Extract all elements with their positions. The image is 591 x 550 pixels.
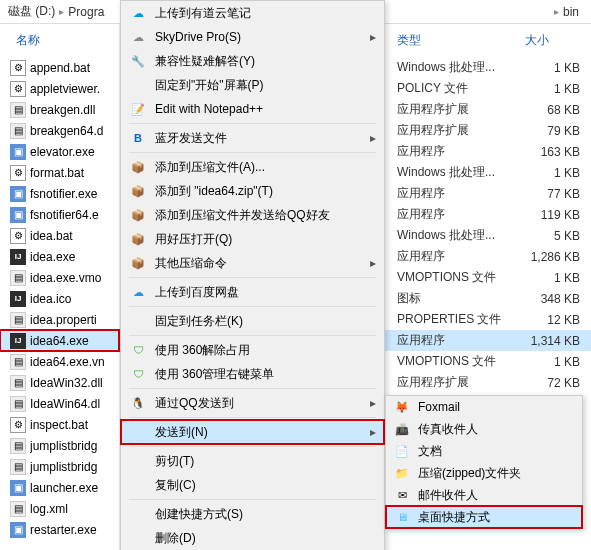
file-row[interactable]: ⚙append.bat [0, 57, 119, 78]
file-name: idea.ico [30, 292, 71, 306]
detail-row[interactable]: 应用程序77 KB [385, 183, 591, 204]
context-menu: ☁上传到有道云笔记☁SkyDrive Pro(S)▸🔧兼容性疑难解答(Y)固定到… [120, 0, 385, 550]
file-row[interactable]: ▣launcher.exe [0, 477, 119, 498]
menu-separator [129, 446, 376, 447]
menu-item[interactable]: 📝Edit with Notepad++ [121, 97, 384, 121]
file-row[interactable]: IJidea.ico [0, 288, 119, 309]
bat-icon: ⚙ [10, 228, 26, 244]
menu-icon: ☁ [129, 283, 147, 301]
file-row[interactable]: ▤jumplistbridg [0, 456, 119, 477]
file-name: appletviewer. [30, 82, 100, 96]
column-header-name[interactable]: 名称 [0, 24, 119, 57]
menu-label: 兼容性疑难解答(Y) [155, 53, 376, 70]
detail-row[interactable]: 应用程序119 KB [385, 204, 591, 225]
file-size: 348 KB [525, 292, 580, 306]
menu-separator [129, 123, 376, 124]
file-row[interactable]: ▤breakgen.dll [0, 99, 119, 120]
file-name: idea.exe [30, 250, 75, 264]
detail-row[interactable]: Windows 批处理...1 KB [385, 57, 591, 78]
column-header-type[interactable]: 类型 [397, 32, 525, 49]
file-type: 应用程序 [397, 332, 525, 349]
file-row[interactable]: ▤IdeaWin32.dll [0, 372, 119, 393]
menu-item[interactable]: 📦其他压缩命令▸ [121, 251, 384, 275]
submenu-item[interactable]: 📠传真收件人 [386, 418, 582, 440]
file-row[interactable]: ▣restarter.exe [0, 519, 119, 540]
menu-item[interactable]: 发送到(N)▸ [121, 420, 384, 444]
file-row[interactable]: ▤idea.properti [0, 309, 119, 330]
detail-row[interactable]: 应用程序1,314 KB [385, 330, 591, 351]
menu-item[interactable]: 固定到"开始"屏幕(P) [121, 73, 384, 97]
file-row[interactable]: ▤jumplistbridg [0, 435, 119, 456]
column-header-size[interactable]: 大小 [525, 32, 549, 49]
file-type: Windows 批处理... [397, 164, 525, 181]
bc-end[interactable]: bin [563, 5, 579, 19]
menu-item[interactable]: 📦添加到压缩文件并发送给QQ好友 [121, 203, 384, 227]
submenu-item[interactable]: 🖥桌面快捷方式 [386, 506, 582, 528]
submenu-label: 传真收件人 [418, 421, 478, 438]
file-row[interactable]: ⚙format.bat [0, 162, 119, 183]
detail-row[interactable]: VMOPTIONS 文件1 KB [385, 267, 591, 288]
exe-icon: ▣ [10, 480, 26, 496]
detail-row[interactable]: 应用程序扩展79 KB [385, 120, 591, 141]
menu-icon [129, 423, 147, 441]
file-name: log.xml [30, 502, 68, 516]
detail-row[interactable]: 应用程序扩展68 KB [385, 99, 591, 120]
menu-item[interactable]: 删除(D) [121, 526, 384, 550]
file-row[interactable]: ▣fsnotifier64.e [0, 204, 119, 225]
submenu-item[interactable]: 📁压缩(zipped)文件夹 [386, 462, 582, 484]
detail-row[interactable]: VMOPTIONS 文件1 KB [385, 351, 591, 372]
file-row[interactable]: ▣fsnotifier.exe [0, 183, 119, 204]
menu-icon: 🐧 [129, 394, 147, 412]
bat-icon: ⚙ [10, 60, 26, 76]
file-type: 应用程序扩展 [397, 122, 525, 139]
detail-row[interactable]: 图标348 KB [385, 288, 591, 309]
file-size: 77 KB [525, 187, 580, 201]
file-row[interactable]: ⚙appletviewer. [0, 78, 119, 99]
menu-item[interactable]: 🛡使用 360解除占用 [121, 338, 384, 362]
menu-item[interactable]: 剪切(T) [121, 449, 384, 473]
detail-row[interactable]: 应用程序163 KB [385, 141, 591, 162]
menu-item[interactable]: ☁上传到有道云笔记 [121, 1, 384, 25]
detail-row[interactable]: POLICY 文件1 KB [385, 78, 591, 99]
bat-icon: ⚙ [10, 81, 26, 97]
menu-item[interactable]: ☁上传到百度网盘 [121, 280, 384, 304]
menu-item[interactable]: 复制(C) [121, 473, 384, 497]
submenu-item[interactable]: 🦊Foxmail [386, 396, 582, 418]
file-row[interactable]: ▣elevator.exe [0, 141, 119, 162]
menu-item[interactable]: 📦用好压打开(Q) [121, 227, 384, 251]
detail-row[interactable]: PROPERTIES 文件12 KB [385, 309, 591, 330]
menu-item[interactable]: 📦添加到压缩文件(A)... [121, 155, 384, 179]
dll-icon: ▤ [10, 375, 26, 391]
file-row[interactable]: ⚙idea.bat [0, 225, 119, 246]
file-row[interactable]: ▤IdeaWin64.dl [0, 393, 119, 414]
menu-label: 使用 360解除占用 [155, 342, 376, 359]
menu-item[interactable]: B蓝牙发送文件▸ [121, 126, 384, 150]
detail-row[interactable]: 应用程序1,286 KB [385, 246, 591, 267]
submenu-label: 压缩(zipped)文件夹 [418, 465, 521, 482]
file-row[interactable]: IJidea.exe [0, 246, 119, 267]
detail-row[interactable]: 应用程序扩展72 KB [385, 372, 591, 393]
file-row[interactable]: ▤idea.exe.vmo [0, 267, 119, 288]
file-row[interactable]: ▤breakgen64.d [0, 120, 119, 141]
file-row[interactable]: ⚙inspect.bat [0, 414, 119, 435]
menu-item[interactable]: 🔧兼容性疑难解答(Y) [121, 49, 384, 73]
file-details-column: 类型 大小 Windows 批处理...1 KBPOLICY 文件1 KB应用程… [385, 24, 591, 393]
menu-item[interactable]: 🛡使用 360管理右键菜单 [121, 362, 384, 386]
file-row[interactable]: ▤idea64.exe.vn [0, 351, 119, 372]
detail-row[interactable]: Windows 批处理...5 KB [385, 225, 591, 246]
submenu-item[interactable]: ✉邮件收件人 [386, 484, 582, 506]
bc-folder[interactable]: Progra [68, 5, 104, 19]
file-row[interactable]: ▤log.xml [0, 498, 119, 519]
menu-item[interactable]: 创建快捷方式(S) [121, 502, 384, 526]
menu-item[interactable]: 📦添加到 "idea64.zip"(T) [121, 179, 384, 203]
menu-item[interactable]: 🐧通过QQ发送到▸ [121, 391, 384, 415]
file-size: 68 KB [525, 103, 580, 117]
menu-item[interactable]: 固定到任务栏(K) [121, 309, 384, 333]
file-row[interactable]: IJidea64.exe [0, 330, 119, 351]
submenu-item[interactable]: 📄文档 [386, 440, 582, 462]
menu-label: 剪切(T) [155, 453, 376, 470]
bc-disk[interactable]: 磁盘 (D:) [8, 3, 55, 20]
menu-item[interactable]: ☁SkyDrive Pro(S)▸ [121, 25, 384, 49]
detail-row[interactable]: Windows 批处理...1 KB [385, 162, 591, 183]
file-type: PROPERTIES 文件 [397, 311, 525, 328]
